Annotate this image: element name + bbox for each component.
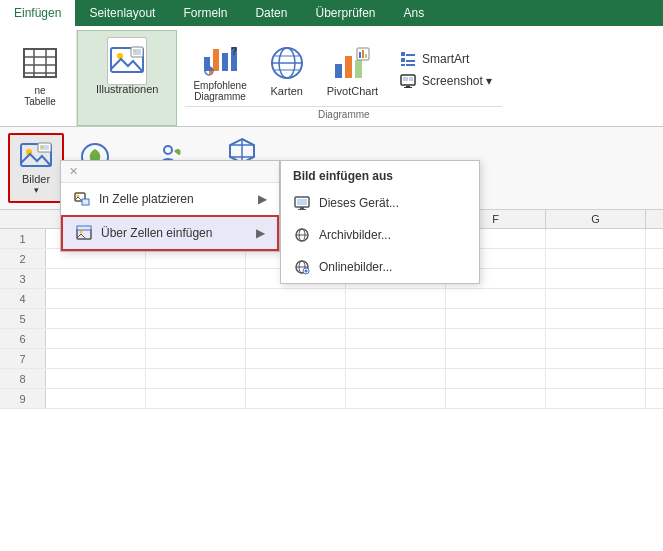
- archivbilder-icon: [293, 226, 311, 244]
- illustrationen-label: Illustrationen: [96, 83, 158, 95]
- illustrationen-button[interactable]: Illustrationen: [88, 37, 166, 99]
- tab-ans[interactable]: Ans: [390, 0, 439, 26]
- svg-rect-58: [300, 207, 304, 209]
- svg-rect-38: [406, 86, 410, 87]
- table-row: 7: [0, 349, 663, 369]
- onlinebilder-item[interactable]: Onlinebilder...: [281, 251, 479, 283]
- svg-rect-13: [222, 53, 228, 71]
- tab-ueberprufen[interactable]: Überprüfen: [301, 0, 389, 26]
- svg-rect-9: [133, 49, 141, 55]
- svg-point-68: [305, 270, 308, 273]
- table-row: 9: [0, 389, 663, 409]
- bild-einfuegen-submenu: Bild einfügen aus Dieses Gerät...: [280, 160, 480, 284]
- svg-rect-32: [406, 60, 415, 62]
- svg-point-7: [117, 53, 123, 59]
- svg-rect-34: [406, 64, 415, 66]
- empfohlene-diagramme-icon: ?: [200, 38, 240, 78]
- tab-formeln[interactable]: Formeln: [169, 0, 241, 26]
- svg-rect-29: [401, 52, 405, 56]
- svg-rect-59: [298, 209, 306, 210]
- svg-rect-36: [403, 77, 408, 81]
- bilder-button-wrapper: Bilder ▾: [8, 133, 64, 203]
- screenshot-icon: [400, 73, 416, 89]
- bilder-dropdown-menu: ✕ In Zelle platzieren ▶: [60, 160, 280, 252]
- onlinebilder-icon: [293, 258, 311, 276]
- uber-zellen-arrow: ▶: [256, 226, 265, 240]
- dieses-geraet-item[interactable]: Dieses Gerät...: [281, 187, 479, 219]
- svg-rect-24: [355, 60, 362, 78]
- tabellen-button[interactable]: ne Tabelle: [12, 39, 68, 111]
- col-header-g: G: [546, 210, 646, 228]
- svg-rect-27: [362, 50, 364, 58]
- table-row: 8: [0, 369, 663, 389]
- bilder-icon: [20, 141, 52, 173]
- illustrationen-icon: [107, 41, 147, 81]
- archivbilder-item[interactable]: Archivbilder...: [281, 219, 479, 251]
- karten-icon: [267, 43, 307, 83]
- svg-point-10: [134, 50, 136, 52]
- svg-rect-56: [77, 226, 91, 230]
- side-items-area: SmartArt Screenshot ▾: [390, 47, 502, 93]
- svg-rect-30: [406, 54, 415, 56]
- empfohlene-diagramme-button[interactable]: ? EmpfohleneDiagramme: [185, 34, 254, 106]
- svg-rect-22: [335, 64, 342, 78]
- in-zelle-icon: [73, 190, 91, 208]
- bilder-button[interactable]: Bilder ▾: [12, 137, 60, 199]
- archivbilder-label: Archivbilder...: [319, 228, 391, 242]
- smartart-icon: [400, 51, 416, 67]
- ribbon-tab-bar: Einfügen Seitenlayout Formeln Daten Über…: [0, 0, 663, 26]
- tabellen-icon: [20, 43, 60, 83]
- app-window: Einfügen Seitenlayout Formeln Daten Über…: [0, 0, 663, 409]
- svg-rect-26: [359, 52, 361, 58]
- onlinebilder-label: Onlinebilder...: [319, 260, 392, 274]
- karten-label: Karten: [271, 85, 303, 97]
- dieses-geraet-icon: [293, 194, 311, 212]
- submenu-header: Bild einfügen aus: [281, 161, 479, 187]
- ribbon-area: ne Tabelle: [0, 26, 663, 127]
- svg-point-44: [41, 146, 43, 148]
- ribbon-group-illustrationen: Illustrationen: [77, 30, 177, 126]
- svg-rect-60: [297, 199, 307, 205]
- smartart-label: SmartArt: [422, 52, 469, 66]
- screenshot-label: Screenshot ▾: [422, 74, 492, 88]
- karten-button[interactable]: Karten: [259, 39, 315, 101]
- svg-point-55: [80, 231, 83, 234]
- svg-rect-12: [213, 49, 219, 71]
- pivotchart-icon: [332, 43, 372, 83]
- screenshot-button[interactable]: Screenshot ▾: [396, 71, 496, 91]
- in-zelle-platzieren-item[interactable]: In Zelle platzieren ▶: [61, 183, 279, 215]
- tab-seitenlayout[interactable]: Seitenlayout: [75, 0, 169, 26]
- in-zelle-arrow: ▶: [258, 192, 267, 206]
- uber-zellen-icon: [75, 224, 93, 242]
- table-row: 4: [0, 289, 663, 309]
- table-row: 6: [0, 329, 663, 349]
- smartart-button[interactable]: SmartArt: [396, 49, 496, 69]
- svg-rect-39: [404, 87, 412, 88]
- tabellen-label: ne Tabelle: [24, 85, 56, 107]
- svg-rect-28: [365, 54, 367, 58]
- table-row: 5: [0, 309, 663, 329]
- diagramme-group-label: Diagramme: [185, 106, 502, 122]
- pivotchart-label: PivotChart: [327, 85, 378, 97]
- svg-point-46: [164, 146, 172, 154]
- uber-zellen-einfuegen-item[interactable]: Über Zellen einfügen ▶: [61, 215, 279, 251]
- svg-rect-53: [82, 199, 89, 205]
- uber-zellen-label: Über Zellen einfügen: [101, 226, 212, 240]
- svg-rect-31: [401, 58, 405, 62]
- in-zelle-label: In Zelle platzieren: [99, 192, 194, 206]
- svg-rect-33: [401, 64, 405, 66]
- close-button[interactable]: ✕: [69, 165, 78, 178]
- ribbon-group-tabellen: ne Tabelle: [4, 30, 77, 126]
- svg-rect-37: [409, 77, 413, 81]
- dieses-geraet-label: Dieses Gerät...: [319, 196, 399, 210]
- ribbon-group-diagramme: ? EmpfohleneDiagramme: [177, 30, 510, 126]
- empfohlene-diagramme-label: EmpfohleneDiagramme: [193, 80, 246, 102]
- svg-rect-23: [345, 56, 352, 78]
- tab-daten[interactable]: Daten: [241, 0, 301, 26]
- bilder-arrow: ▾: [34, 185, 39, 195]
- tab-einfuegen[interactable]: Einfügen: [0, 0, 75, 26]
- svg-text:?: ?: [231, 46, 237, 57]
- pivotchart-button[interactable]: PivotChart: [319, 39, 386, 101]
- bilder-label: Bilder: [22, 173, 50, 185]
